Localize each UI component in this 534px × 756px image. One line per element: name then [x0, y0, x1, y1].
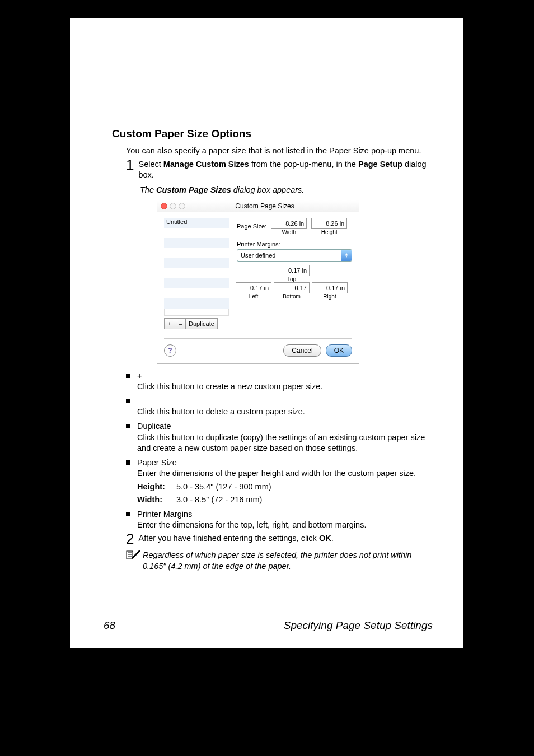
height-input[interactable] [311, 218, 347, 229]
margin-top-input[interactable] [274, 265, 310, 276]
step-1-text: Select Manage Custom Sizes from the pop-… [138, 159, 430, 181]
margins-preset-value: User defined [237, 250, 341, 261]
list-item[interactable]: Untitled [164, 218, 229, 228]
size-list[interactable]: Untitled [164, 218, 229, 316]
bullet-minus: – Click this button to delete a custom p… [126, 396, 430, 418]
document-page: { "heading": "Custom Paper Size Options"… [70, 18, 463, 648]
cancel-button[interactable]: Cancel [283, 344, 321, 357]
minimize-icon[interactable] [170, 203, 176, 209]
add-button[interactable]: + [164, 318, 175, 329]
dialog-appears-caption: The Custom Page Sizes dialog box appears… [140, 185, 430, 194]
printer-margins-label: Printer Margins: [237, 241, 352, 248]
note-icon [126, 550, 143, 572]
step-1-number: 1 [126, 159, 134, 181]
bullet-plus: + Click this button to create a new cust… [126, 371, 430, 393]
width-input[interactable] [271, 218, 307, 229]
bullet-paper-size: Paper Size Enter the dimensions of the p… [126, 458, 430, 506]
duplicate-button[interactable]: Duplicate [186, 318, 218, 329]
chevron-updown-icon: ▲▼ [341, 250, 352, 261]
remove-button[interactable]: – [175, 318, 186, 329]
margin-top-caption: Top [287, 276, 296, 282]
width-caption: Width [282, 229, 296, 235]
page-size-label: Page Size: [237, 223, 266, 230]
bullet-icon [126, 424, 130, 428]
margin-bottom-caption: Bottom [283, 293, 301, 300]
step-2-number: 2 [126, 533, 134, 544]
height-caption: Height [321, 229, 338, 235]
margin-bottom-input[interactable] [274, 282, 310, 293]
page-number: 68 [104, 619, 115, 632]
bullet-printer-margins: Printer Margins Enter the dimensions for… [126, 509, 430, 531]
bullet-icon [126, 512, 130, 516]
heading-custom-paper-size: Custom Paper Size Options [112, 128, 430, 140]
dialog-title: Custom Page Sizes [188, 202, 342, 210]
custom-page-sizes-dialog: Custom Page Sizes Untitled + – [157, 200, 359, 364]
bullet-icon [126, 399, 130, 403]
margin-left-input[interactable] [236, 282, 271, 293]
intro-paragraph: You can also specify a paper size that i… [126, 146, 430, 157]
note-text: Regardless of which paper size is select… [143, 550, 430, 572]
margin-right-input[interactable] [312, 282, 348, 293]
help-button[interactable]: ? [164, 344, 176, 357]
step-1: 1 Select Manage Custom Sizes from the po… [126, 159, 430, 181]
bullet-icon [126, 460, 130, 465]
margins-preset-select[interactable]: User defined ▲▼ [237, 249, 352, 262]
ok-button[interactable]: OK [326, 344, 352, 357]
footer-rule [104, 609, 433, 609]
dialog-titlebar: Custom Page Sizes [157, 200, 359, 212]
margin-left-caption: Left [249, 293, 259, 300]
bullet-duplicate: Duplicate Click this button to duplicate… [126, 421, 430, 454]
step-2: 2 After you have finished entering the s… [126, 533, 430, 544]
bullet-icon [126, 374, 130, 378]
note: Regardless of which paper size is select… [126, 550, 430, 572]
section-title: Specifying Page Setup Settings [284, 619, 433, 632]
zoom-icon[interactable] [179, 203, 185, 209]
margin-right-caption: Right [323, 293, 336, 300]
step-2-text: After you have finished entering the set… [138, 533, 430, 544]
close-icon[interactable] [161, 203, 167, 209]
